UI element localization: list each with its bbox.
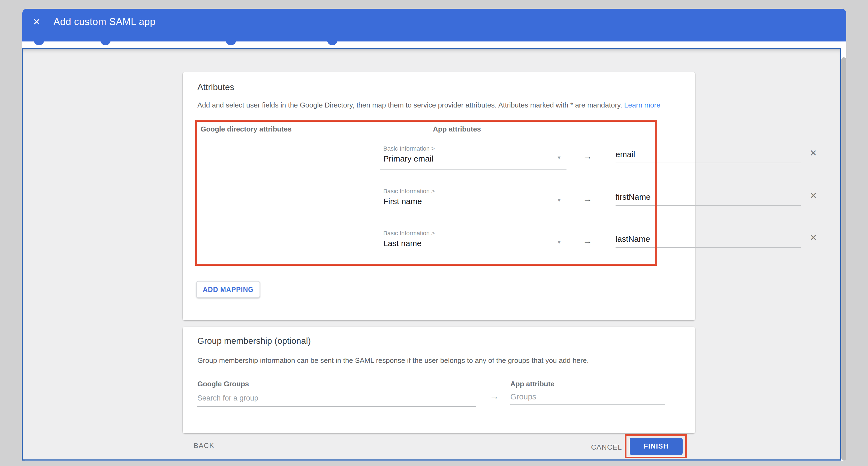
learn-more-link[interactable]: Learn more (624, 101, 660, 109)
finish-button[interactable]: FINISH (630, 438, 683, 455)
mapping-row: Basic Information > Primary email ▼ → ✕ (383, 145, 819, 180)
attributes-card-title: Attributes (197, 82, 234, 92)
directory-category-label: Basic Information > (383, 188, 435, 194)
group-search-input[interactable] (197, 389, 476, 407)
app-attributes-column-header: App attributes (433, 125, 481, 133)
group-membership-card: Group membership (optional) Group member… (183, 327, 695, 433)
dropdown-underline (380, 169, 566, 170)
directory-field-select[interactable]: First name (383, 197, 422, 206)
google-groups-label: Google Groups (197, 380, 249, 388)
dropdown-caret-icon[interactable]: ▼ (557, 198, 562, 203)
dropdown-caret-icon[interactable]: ▼ (557, 155, 562, 161)
attributes-description-text: Add and select user fields in the Google… (197, 101, 622, 109)
add-mapping-button[interactable]: ADD MAPPING (196, 281, 260, 298)
close-icon[interactable]: ✕ (33, 18, 41, 27)
attributes-card-description: Add and select user fields in the Google… (197, 101, 660, 109)
dropdown-underline (380, 212, 566, 212)
remove-mapping-icon[interactable]: ✕ (810, 191, 817, 201)
dialog-titlebar: ✕ Add custom SAML app (22, 9, 846, 41)
dialog-title: Add custom SAML app (54, 17, 155, 28)
app-attribute-input[interactable] (616, 234, 801, 248)
mapping-arrow-icon: → (490, 391, 499, 402)
dropdown-caret-icon[interactable]: ▼ (557, 239, 562, 245)
back-button[interactable]: BACK (193, 441, 214, 449)
mapping-arrow-icon: → (583, 236, 592, 246)
dropdown-underline (380, 254, 566, 254)
directory-field-select[interactable]: Last name (383, 238, 422, 248)
mapping-arrow-icon: → (583, 151, 592, 162)
directory-attributes-column-header: Google directory attributes (200, 125, 292, 133)
remove-mapping-icon[interactable]: ✕ (810, 148, 817, 158)
cancel-button[interactable]: CANCEL (591, 443, 622, 451)
app-attribute-input[interactable] (616, 149, 801, 163)
mapping-arrow-icon: → (583, 194, 592, 205)
mapping-row: Basic Information > First name ▼ → ✕ (383, 188, 819, 223)
directory-category-label: Basic Information > (383, 145, 435, 152)
vertical-scrollbar[interactable] (841, 57, 846, 461)
remove-mapping-icon[interactable]: ✕ (810, 232, 817, 243)
mapping-row: Basic Information > Last name ▼ → ✕ (383, 230, 819, 265)
group-card-description: Group membership information can be sent… (197, 356, 589, 365)
app-attribute-input[interactable] (616, 192, 801, 206)
directory-category-label: Basic Information > (383, 230, 435, 236)
groups-attribute-input[interactable] (510, 389, 665, 405)
group-card-title: Group membership (optional) (197, 336, 311, 346)
directory-field-select[interactable]: Primary email (383, 154, 433, 163)
app-attribute-label: App attribute (510, 380, 555, 388)
